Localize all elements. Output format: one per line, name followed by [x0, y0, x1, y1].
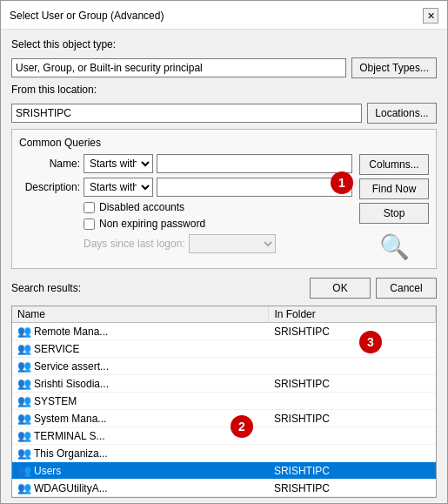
row-folder-cell: SRISHTIPC [269, 462, 436, 480]
table-row[interactable]: 👥WDAGUtilityA...SRISHTIPC [12, 480, 436, 497]
search-results-label: Search results: [11, 282, 81, 294]
row-user-icon: 👥 [17, 464, 31, 477]
row-name-cell: 👥Users [12, 462, 269, 480]
common-queries-panel: Common Queries Name: Starts with Is exac… [11, 129, 437, 269]
find-now-button[interactable]: Find Now [359, 178, 429, 199]
description-field-label: Description: [19, 181, 80, 193]
row-user-icon: 👥 [17, 360, 31, 373]
row-name-cell: 👥Service assert... [12, 358, 269, 375]
column-folder-header: In Folder [269, 306, 436, 323]
name-field-label: Name: [19, 158, 80, 170]
row-folder-cell: SRISHTIPC [269, 323, 436, 340]
row-folder-cell [269, 340, 436, 358]
locations-button[interactable]: Locations... [367, 103, 437, 124]
days-since-select[interactable] [189, 234, 276, 253]
row-user-icon: 👥 [17, 429, 31, 442]
table-row[interactable]: 👥SYSTEM [12, 393, 436, 410]
non-expiring-checkbox[interactable] [84, 218, 95, 230]
search-icon-area: 🔍 [359, 232, 429, 261]
table-row[interactable]: 👥TERMINAL S... [12, 427, 436, 445]
row-folder-cell [269, 427, 436, 445]
row-name-cell: 👥Remote Mana... [12, 323, 269, 340]
row-user-icon: 👥 [17, 377, 31, 390]
location-label: From this location: [11, 84, 437, 96]
annotation-1: 1 [331, 171, 353, 194]
location-input[interactable] [11, 104, 362, 123]
row-user-icon: 👥 [17, 394, 31, 407]
row-user-icon: 👥 [17, 447, 31, 460]
name-field-input[interactable] [157, 154, 352, 173]
description-condition-select[interactable]: Starts with Is exactly [84, 178, 153, 197]
row-folder-cell [269, 445, 436, 462]
cancel-button[interactable]: Cancel [376, 278, 437, 299]
magnifier-icon: 🔍 [379, 232, 410, 261]
common-queries-label: Common Queries [19, 137, 429, 149]
ok-button[interactable]: OK [310, 278, 371, 299]
disabled-accounts-label: Disabled accounts [99, 201, 184, 213]
column-name-header: Name [12, 306, 269, 323]
table-row[interactable]: 👥Service assert... [12, 358, 436, 375]
row-user-icon: 👥 [17, 342, 31, 355]
days-since-label: Days since last logon: [84, 238, 185, 250]
table-row[interactable]: 👥This Organiza... [12, 445, 436, 462]
object-types-button[interactable]: Object Types... [351, 57, 437, 78]
object-type-input[interactable] [11, 58, 346, 77]
row-folder-cell: SRISHTIPC [269, 480, 436, 497]
row-user-icon: 👥 [17, 412, 31, 425]
row-name-cell: 👥Srishti Sisodia... [12, 375, 269, 393]
row-name-cell: 👥This Organiza... [12, 445, 269, 462]
row-name-cell: 👥WDAGUtilityA... [12, 480, 269, 497]
description-field-input[interactable] [157, 178, 352, 197]
row-folder-cell: SRISHTIPC [269, 410, 436, 427]
table-row[interactable]: 👥Srishti Sisodia...SRISHTIPC [12, 375, 436, 393]
table-row[interactable]: 👥System Mana...SRISHTIPC [12, 410, 436, 427]
name-condition-select[interactable]: Starts with Is exactly [84, 154, 153, 173]
dialog-title: Select User or Group (Advanced) [10, 10, 164, 22]
columns-button[interactable]: Columns... [359, 154, 429, 175]
row-folder-cell [269, 358, 436, 375]
query-action-buttons: Columns... Find Now Stop 🔍 [359, 154, 429, 261]
table-row[interactable]: 👥UsersSRISHTIPC [12, 462, 436, 480]
stop-button[interactable]: Stop [359, 203, 429, 224]
disabled-accounts-checkbox[interactable] [84, 202, 95, 213]
annotation-3: 3 [359, 331, 382, 353]
row-user-icon: 👥 [17, 325, 31, 338]
row-name-cell: 👥SYSTEM [12, 393, 269, 410]
row-folder-cell [269, 393, 436, 410]
row-user-icon: 👥 [17, 481, 31, 494]
non-expiring-label: Non expiring password [99, 218, 205, 230]
object-type-label: Select this object type: [11, 38, 437, 50]
row-folder-cell: SRISHTIPC [269, 375, 436, 393]
row-name-cell: 👥SERVICE [12, 340, 269, 358]
annotation-2: 2 [231, 415, 253, 438]
close-button[interactable]: ✕ [423, 8, 438, 24]
